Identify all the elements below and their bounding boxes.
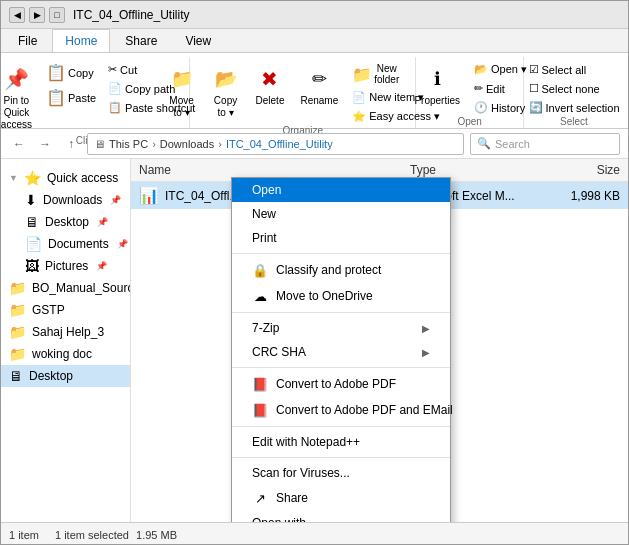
- sidebar-item-pictures[interactable]: 🖼 Pictures 📌: [1, 255, 130, 277]
- back-icon[interactable]: ◀: [9, 7, 25, 23]
- sidebar-item-documents[interactable]: 📄 Documents 📌: [1, 233, 130, 255]
- ctx-onedrive[interactable]: ☁ Move to OneDrive: [232, 283, 450, 309]
- select-none-icon: ☐: [529, 82, 539, 95]
- ctx-adobe-email[interactable]: 📕 Convert to Adobe PDF and EMail: [232, 397, 450, 423]
- path-part-current: ITC_04_Offline_Utility: [226, 138, 333, 150]
- file-size: 1,998 KB: [540, 189, 620, 203]
- pin-icon: 📌: [2, 65, 30, 93]
- ctx-share[interactable]: ↗ Share: [232, 485, 450, 511]
- move-to-button[interactable]: 📁 Moveto ▾: [162, 61, 202, 123]
- delete-button[interactable]: ✖ Delete: [250, 61, 291, 110]
- search-box[interactable]: 🔍 Search: [470, 133, 620, 155]
- select-all-button[interactable]: ☑ Select all: [525, 61, 624, 78]
- ctx-print-label: Print: [252, 231, 277, 245]
- ctx-sep-5: [232, 457, 450, 458]
- desktop2-icon: 🖥: [9, 368, 23, 384]
- rename-button[interactable]: ✏ Rename: [294, 61, 344, 110]
- tab-file[interactable]: File: [5, 29, 50, 52]
- search-icon: 🔍: [477, 137, 491, 150]
- pin-to-quick-button[interactable]: 📌 Pin to Quickaccess: [0, 61, 38, 135]
- ctx-open[interactable]: Open: [232, 178, 450, 202]
- ctx-scan-label: Scan for Viruses...: [252, 466, 350, 480]
- sidebar-item-downloads[interactable]: ⬇ Downloads 📌: [1, 189, 130, 211]
- select-all-icon: ☑: [529, 63, 539, 76]
- copy-path-icon: 📄: [108, 82, 122, 95]
- share-icon: ↗: [252, 490, 268, 506]
- ctx-adobe-label: Convert to Adobe PDF: [276, 377, 396, 391]
- expand-icon: ▼: [9, 173, 18, 183]
- pdf-email-icon: 📕: [252, 402, 268, 418]
- invert-selection-button[interactable]: 🔄 Invert selection: [525, 99, 624, 116]
- ctx-classify[interactable]: 🔒 Classify and protect: [232, 257, 450, 283]
- ctx-crcsha-label: CRC SHA: [252, 345, 306, 359]
- sidebar-item-bo-manual[interactable]: 📁 BO_Manual_Source: [1, 277, 130, 299]
- tab-home[interactable]: Home: [52, 29, 110, 52]
- ctx-onedrive-label: Move to OneDrive: [276, 289, 373, 303]
- up-button[interactable]: ↑: [61, 134, 81, 154]
- copy-button[interactable]: 📋 Copy: [42, 61, 100, 84]
- ctx-adobe-email-label: Convert to Adobe PDF and EMail: [276, 403, 453, 417]
- ctx-sep-1: [232, 253, 450, 254]
- ribbon-tabs: File Home Share View: [1, 29, 628, 53]
- scissors-icon: ✂: [108, 63, 117, 76]
- paste-button[interactable]: 📋 Paste: [42, 86, 100, 109]
- col-type-header: Type: [410, 163, 540, 177]
- forward-button[interactable]: →: [35, 134, 55, 154]
- copy-to-button[interactable]: 📂 Copyto ▾: [206, 61, 246, 123]
- arrow-icon2: ▶: [422, 347, 430, 358]
- ctx-share-label: Share: [276, 491, 308, 505]
- classify-icon: 🔒: [252, 262, 268, 278]
- col-size-header: Size: [540, 163, 620, 177]
- ctx-scan[interactable]: Scan for Viruses...: [232, 461, 450, 485]
- select-none-button[interactable]: ☐ Select none: [525, 80, 624, 97]
- edit-button[interactable]: ✏ Edit: [470, 80, 531, 97]
- sidebar-item-desktop-pinned[interactable]: 🖥 Desktop 📌: [1, 211, 130, 233]
- ctx-adobe-pdf[interactable]: 📕 Convert to Adobe PDF: [232, 371, 450, 397]
- delete-icon: ✖: [256, 65, 284, 93]
- history-icon: 🕐: [474, 101, 488, 114]
- ctx-crcsha[interactable]: CRC SHA ▶: [232, 340, 450, 364]
- tab-share[interactable]: Share: [112, 29, 170, 52]
- sidebar-item-desktop[interactable]: 🖥 Desktop: [1, 365, 130, 387]
- ctx-7zip[interactable]: 7-Zip ▶: [232, 316, 450, 340]
- forward-icon[interactable]: ▶: [29, 7, 45, 23]
- file-name-text: ITC_04_Offl...: [165, 189, 239, 203]
- sidebar-item-quick-access[interactable]: ▼ ⭐ Quick access: [1, 167, 130, 189]
- ctx-open-label: Open: [252, 183, 281, 197]
- properties-icon: ℹ: [423, 65, 451, 93]
- ctx-openwith-label: Open with...: [252, 516, 316, 522]
- ribbon: 📌 Pin to Quickaccess 📋 Copy 📋 Paste ✂ Cu…: [1, 53, 628, 129]
- properties-button[interactable]: ℹ Properties: [408, 61, 466, 110]
- pin-indicator3: 📌: [117, 239, 128, 249]
- context-menu: Open New Print 🔒 Classify and protect: [231, 177, 451, 522]
- sidebar-item-woking[interactable]: 📁 woking doc: [1, 343, 130, 365]
- edit-icon: ✏: [474, 82, 483, 95]
- status-bar: 1 item 1 item selected 1.95 MB: [1, 522, 628, 545]
- ribbon-group-select: ☑ Select all ☐ Select none 🔄 Invert sele…: [524, 57, 624, 128]
- open-dropdown-button[interactable]: 📂 Open ▾: [470, 61, 531, 78]
- ctx-new-label: New: [252, 207, 276, 221]
- sidebar-item-gstp[interactable]: 📁 GSTP: [1, 299, 130, 321]
- main-content: ▼ ⭐ Quick access ⬇ Downloads 📌 🖥 Desktop…: [1, 159, 628, 522]
- sidebar-item-sahaj[interactable]: 📁 Sahaj Help_3: [1, 321, 130, 343]
- ctx-print[interactable]: Print: [232, 226, 450, 250]
- ctx-7zip-label: 7-Zip: [252, 321, 279, 335]
- tab-view[interactable]: View: [172, 29, 224, 52]
- ribbon-group-organize: 📁 Moveto ▾ 📂 Copyto ▾ ✖ Delete ✏ Rename …: [190, 57, 416, 128]
- back-button[interactable]: ←: [9, 134, 29, 154]
- path-home-icon: 🖥: [94, 138, 105, 150]
- address-path[interactable]: 🖥 This PC › Downloads › ITC_04_Offline_U…: [87, 133, 464, 155]
- history-button[interactable]: 🕐 History: [470, 99, 531, 116]
- window-icon[interactable]: □: [49, 7, 65, 23]
- ctx-classify-label: Classify and protect: [276, 263, 381, 277]
- ribbon-group-open: ℹ Properties 📂 Open ▾ ✏ Edit 🕐 History O…: [416, 57, 524, 128]
- onedrive-icon: ☁: [252, 288, 268, 304]
- paste-icon: 📋: [46, 88, 66, 107]
- ctx-openwith[interactable]: Open with...: [232, 511, 450, 522]
- window-title: ITC_04_Offline_Utility: [73, 8, 190, 22]
- ctx-new[interactable]: New: [232, 202, 450, 226]
- pin-indicator: 📌: [110, 195, 121, 205]
- ctx-notepadpp[interactable]: Edit with Notepad++: [232, 430, 450, 454]
- documents-icon: 📄: [25, 236, 42, 252]
- ctx-sep-2: [232, 312, 450, 313]
